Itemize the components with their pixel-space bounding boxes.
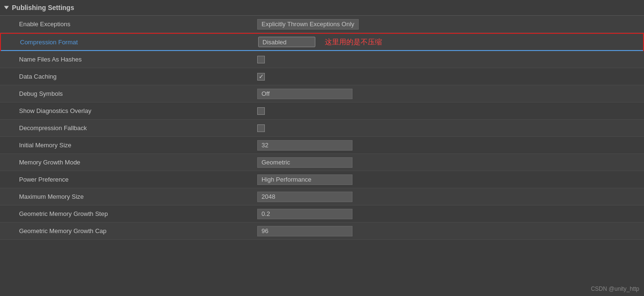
value-show-diagnostics-overlay [257,107,639,115]
value-memory-growth-mode: Geometric [257,157,639,168]
row-initial-memory-size: Initial Memory Size 32 [0,137,644,154]
value-geometric-memory-growth-cap: 96 [257,226,639,236]
label-show-diagnostics-overlay: Show Diagnostics Overlay [19,107,257,114]
blue-bottom-line [1,50,643,51]
row-power-preference: Power Preference High Performance [0,171,644,188]
row-compression-format: Compression Format Disabled 这里用的是不压缩 [0,33,644,51]
collapse-triangle[interactable] [4,6,9,10]
value-enable-exceptions: Explicitly Thrown Exceptions Only [257,19,639,30]
label-geometric-memory-growth-cap: Geometric Memory Growth Cap [19,227,257,235]
checkbox-decompression-fallback[interactable] [257,124,265,132]
value-power-preference: High Performance [257,174,639,185]
row-enable-exceptions: Enable Exceptions Explicitly Thrown Exce… [0,16,644,33]
label-power-preference: Power Preference [19,176,257,183]
label-maximum-memory-size: Maximum Memory Size [19,193,257,200]
value-initial-memory-size: 32 [257,140,639,151]
row-memory-growth-mode: Memory Growth Mode Geometric [0,154,644,171]
row-debug-symbols: Debug Symbols Off [0,85,644,102]
label-name-files-as-hashes: Name Files As Hashes [19,56,257,63]
input-initial-memory-size[interactable]: 32 [257,140,352,151]
label-decompression-fallback: Decompression Fallback [19,124,257,132]
annotation-compression: 这里用的是不压缩 [325,38,382,47]
value-decompression-fallback [257,124,639,132]
checkbox-show-diagnostics-overlay[interactable] [257,107,265,115]
row-name-files-as-hashes: Name Files As Hashes [0,51,644,68]
input-geometric-memory-growth-cap[interactable]: 96 [257,226,352,236]
dropdown-enable-exceptions[interactable]: Explicitly Thrown Exceptions Only [257,19,359,30]
value-name-files-as-hashes [257,56,639,63]
value-maximum-memory-size: 2048 [257,192,639,202]
label-data-caching: Data Caching [19,73,257,80]
label-compression-format: Compression Format [20,39,258,46]
value-compression-format: Disabled 这里用的是不压缩 [258,37,638,47]
dropdown-power-preference[interactable]: High Performance [257,174,352,185]
value-geometric-memory-growth-step: 0.2 [257,209,639,219]
checkbox-data-caching[interactable] [257,73,265,81]
row-geometric-memory-growth-cap: Geometric Memory Growth Cap 96 [0,223,644,240]
row-decompression-fallback: Decompression Fallback [0,120,644,137]
label-geometric-memory-growth-step: Geometric Memory Growth Step [19,210,257,217]
row-data-caching: Data Caching [0,68,644,85]
label-enable-exceptions: Enable Exceptions [19,20,257,28]
row-show-diagnostics-overlay: Show Diagnostics Overlay [0,102,644,120]
section-header: Publishing Settings [0,0,644,16]
watermark: CSDN @unity_http [591,286,639,292]
label-initial-memory-size: Initial Memory Size [19,142,257,149]
row-maximum-memory-size: Maximum Memory Size 2048 [0,188,644,205]
dropdown-compression-format[interactable]: Disabled [258,37,315,47]
dropdown-debug-symbols[interactable]: Off [257,89,352,99]
input-maximum-memory-size[interactable]: 2048 [257,192,352,202]
section-title: Publishing Settings [12,4,74,11]
label-debug-symbols: Debug Symbols [19,90,257,97]
row-geometric-memory-growth-step: Geometric Memory Growth Step 0.2 [0,205,644,223]
value-data-caching [257,73,639,81]
dropdown-memory-growth-mode[interactable]: Geometric [257,157,352,168]
checkbox-name-files-as-hashes[interactable] [257,56,265,63]
label-memory-growth-mode: Memory Growth Mode [19,159,257,166]
input-geometric-memory-growth-step[interactable]: 0.2 [257,209,352,219]
main-container: Publishing Settings Enable Exceptions Ex… [0,0,644,296]
value-debug-symbols: Off [257,89,639,99]
